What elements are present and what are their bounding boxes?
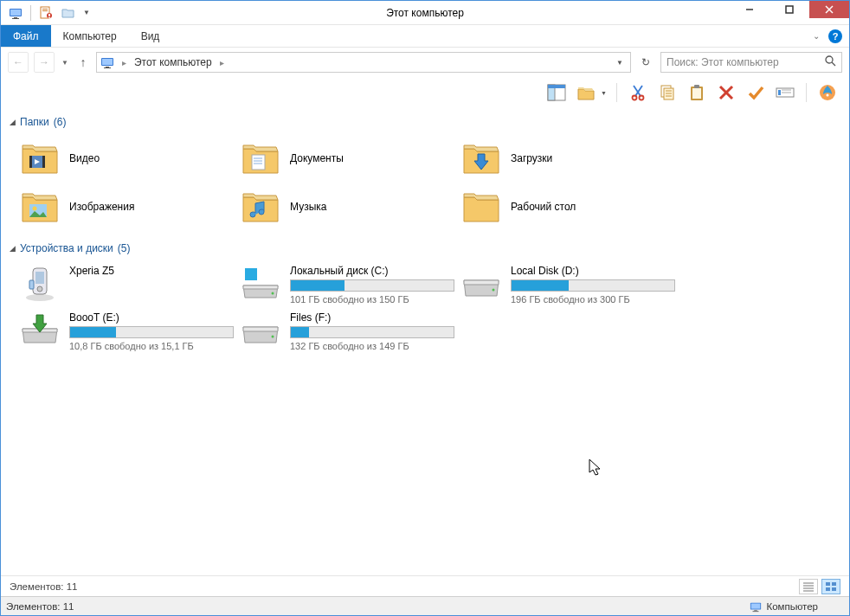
- svg-rect-3: [12, 18, 19, 19]
- drive-e[interactable]: BoooT (E:) 10,8 ГБ свободно из 15,1 ГБ: [16, 307, 237, 354]
- computer-status-icon: [750, 600, 762, 613]
- drive-label: Files (F:): [290, 311, 455, 324]
- svg-rect-16: [106, 67, 109, 67]
- svg-rect-60: [251, 268, 257, 273]
- help-icon[interactable]: ?: [828, 29, 842, 43]
- drive-usage-bar: [511, 279, 675, 292]
- breadcrumb-chevron-icon[interactable]: ▸: [217, 58, 227, 67]
- folder-documents[interactable]: Документы: [237, 134, 458, 183]
- svg-rect-6: [42, 10, 48, 11]
- qat-new-folder-icon[interactable]: [59, 3, 78, 22]
- folder-documents-icon: [240, 138, 281, 179]
- svg-point-53: [26, 294, 54, 301]
- folder-music-icon: [240, 186, 281, 228]
- svg-point-56: [37, 286, 42, 292]
- folder-desktop-icon: [460, 186, 502, 228]
- address-dropdown-icon[interactable]: ▼: [613, 55, 627, 70]
- refresh-button[interactable]: ↻: [636, 56, 655, 68]
- toolbar-separator: [616, 83, 617, 102]
- folder-label: Видео: [69, 152, 100, 164]
- svg-rect-70: [826, 582, 830, 586]
- maximize-button[interactable]: [770, 1, 809, 18]
- collapse-icon: ◢: [10, 244, 16, 253]
- drive-usage-bar: [69, 326, 234, 338]
- device-xperia[interactable]: Xperia Z5: [16, 260, 237, 307]
- address-bar[interactable]: ▸ Этот компьютер ▸ ▼: [96, 52, 631, 73]
- breadcrumb-location[interactable]: Этот компьютер: [134, 56, 212, 68]
- svg-rect-22: [548, 85, 565, 88]
- tb-organize-dropdown[interactable]: ▼: [601, 90, 607, 96]
- drive-c[interactable]: Локальный диск (C:) 101 ГБ свободно из 1…: [237, 260, 458, 307]
- folder-videos-icon: [19, 138, 61, 179]
- drives-grid: Xperia Z5 Локальный диск (C:) 101 ГБ сво…: [10, 259, 840, 361]
- drive-label: Local Disk (D:): [511, 265, 676, 277]
- svg-rect-76: [755, 610, 758, 611]
- drive-d[interactable]: Local Disk (D:) 196 ГБ свободно из 300 Г…: [458, 260, 679, 307]
- folder-music[interactable]: Музыка: [237, 183, 458, 231]
- qat-dropdown[interactable]: ▼: [81, 3, 92, 22]
- svg-rect-8: [48, 14, 50, 16]
- minimize-button[interactable]: [730, 1, 770, 18]
- folder-videos[interactable]: Видео: [16, 134, 237, 183]
- qat-computer-icon[interactable]: [6, 3, 25, 22]
- svg-rect-15: [102, 59, 113, 65]
- drive-icon: [19, 310, 61, 351]
- drive-f[interactable]: Files (F:) 132 ГБ свободно из 149 ГБ: [237, 307, 458, 354]
- group-header-folders[interactable]: ◢ Папки (6): [10, 112, 840, 132]
- svg-rect-11: [786, 6, 793, 13]
- drive-label: BoooT (E:): [69, 311, 235, 324]
- search-input[interactable]: [666, 56, 825, 68]
- ribbon-expand-icon[interactable]: ⌄: [809, 28, 823, 44]
- tb-check-icon[interactable]: [744, 81, 767, 104]
- menu-file[interactable]: Файл: [1, 25, 51, 47]
- tb-delete-icon[interactable]: [715, 81, 737, 104]
- svg-rect-34: [694, 85, 699, 88]
- svg-rect-73: [832, 587, 836, 591]
- drive-icon: [460, 263, 502, 305]
- nav-back-button[interactable]: ←: [8, 52, 29, 73]
- svg-rect-62: [245, 268, 250, 273]
- tb-copy-icon[interactable]: [656, 81, 679, 104]
- tb-rename-icon[interactable]: [774, 81, 796, 104]
- menu-computer[interactable]: Компьютер: [51, 25, 129, 47]
- device-label: Xperia Z5: [69, 265, 235, 277]
- menu-view[interactable]: Вид: [129, 25, 172, 47]
- svg-point-26: [640, 96, 644, 100]
- svg-rect-33: [692, 88, 701, 99]
- item-count-outer: Элементов: 11: [6, 601, 74, 612]
- close-button[interactable]: [809, 1, 849, 18]
- tb-organize-icon[interactable]: [575, 81, 597, 104]
- drive-label: Локальный диск (C:): [290, 265, 455, 277]
- group-header-drives[interactable]: ◢ Устройства и диски (5): [10, 238, 840, 259]
- folder-pictures[interactable]: Изображения: [16, 183, 237, 231]
- qat-separator: [30, 5, 31, 21]
- nav-up-button[interactable]: ↑: [75, 55, 91, 70]
- tb-cut-icon[interactable]: [627, 81, 649, 104]
- nav-forward-button[interactable]: →: [34, 52, 55, 73]
- search-icon[interactable]: [825, 55, 836, 69]
- group-title: Устройства и диски: [20, 242, 113, 254]
- status-bar-inner: Элементов: 11: [1, 575, 849, 596]
- breadcrumb-chevron-icon[interactable]: ▸: [119, 58, 129, 67]
- folder-desktop[interactable]: Рабочий стол: [458, 183, 679, 231]
- device-icon: [19, 263, 61, 305]
- folder-downloads[interactable]: Загрузки: [458, 134, 679, 183]
- view-details-button[interactable]: [799, 579, 818, 594]
- search-box[interactable]: [660, 52, 842, 73]
- folder-label: Изображения: [69, 201, 134, 213]
- menubar: Файл Компьютер Вид ⌄ ?: [1, 25, 849, 48]
- tb-paste-icon[interactable]: [686, 81, 708, 104]
- nav-history-dropdown[interactable]: ▼: [60, 59, 70, 67]
- window-controls: [730, 1, 849, 24]
- svg-rect-38: [778, 90, 781, 95]
- qat-properties-icon[interactable]: [36, 3, 55, 22]
- svg-rect-1: [10, 10, 21, 16]
- tb-shell-icon[interactable]: [816, 81, 839, 104]
- tb-panes-icon[interactable]: [545, 81, 568, 104]
- svg-rect-71: [832, 582, 836, 586]
- folder-downloads-icon: [460, 138, 502, 179]
- view-tiles-button[interactable]: [821, 579, 840, 594]
- drive-free-text: 10,8 ГБ свободно из 15,1 ГБ: [69, 341, 235, 351]
- folders-grid: Видео Документы Загрузки Изображения Муз…: [10, 132, 840, 238]
- svg-point-18: [826, 56, 833, 63]
